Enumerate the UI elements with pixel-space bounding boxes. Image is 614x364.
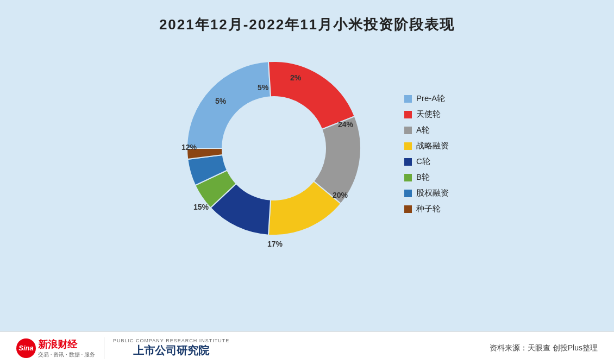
legend-color-7 (404, 205, 412, 213)
sina-logo: Sina 新浪财经 交易 · 资讯 · 数据 · 服务 (16, 338, 95, 359)
legend-label-5: B轮 (416, 172, 430, 183)
footer-divider (104, 337, 104, 359)
percent-label-3: 15% (193, 203, 209, 211)
legend-item-1: 天使轮 (404, 109, 449, 120)
legend-label-7: 种子轮 (416, 204, 441, 214)
institute-sub: PUBLIC COMPANY RESEARCH INSTITUTE (113, 338, 229, 343)
legend-color-1 (404, 111, 412, 118)
footer: Sina 新浪财经 交易 · 资讯 · 数据 · 服务 PUBLIC COMPA… (0, 331, 614, 364)
legend-label-3: 战略融资 (416, 141, 449, 151)
legend-label-1: 天使轮 (416, 109, 441, 120)
legend-label-2: A轮 (416, 125, 430, 135)
legend-label-0: Pre-A轮 (416, 93, 445, 104)
institute-logo: PUBLIC COMPANY RESEARCH INSTITUTE 上市公司研究… (113, 338, 229, 358)
page-title: 2021年12月-2022年11月小米投资阶段表现 (0, 0, 614, 34)
legend-item-3: 战略融资 (404, 141, 449, 151)
percent-label-0: 24% (338, 120, 353, 129)
legend-label-6: 股权融资 (416, 188, 449, 198)
sina-brand: 新浪财经 (38, 338, 95, 351)
legend-item-4: C轮 (404, 156, 449, 167)
legend-color-5 (404, 174, 412, 181)
sina-icon: Sina (16, 338, 36, 358)
donut-chart: 24%20%17%15%12%5%5%2% (165, 40, 383, 257)
logo-area: Sina 新浪财经 交易 · 资讯 · 数据 · 服务 PUBLIC COMPA… (16, 337, 229, 359)
legend-item-6: 股权融资 (404, 188, 449, 198)
percent-label-7: 2% (290, 73, 301, 82)
footer-source: 资料来源：天眼查 创投Plus整理 (490, 343, 598, 353)
legend-color-4 (404, 158, 412, 166)
institute-main: 上市公司研究院 (133, 343, 209, 358)
legend-item-5: B轮 (404, 172, 449, 183)
legend-color-0 (404, 95, 412, 103)
legend-color-2 (404, 127, 412, 134)
percent-label-2: 17% (267, 240, 283, 248)
legend-label-4: C轮 (416, 156, 430, 167)
percent-label-6: 5% (258, 83, 268, 92)
legend-item-7: 种子轮 (404, 204, 449, 214)
sina-sub: 交易 · 资讯 · 数据 · 服务 (38, 351, 95, 359)
legend-color-6 (404, 190, 412, 197)
percent-label-5: 5% (215, 97, 226, 105)
percent-label-4: 12% (181, 143, 197, 152)
legend-item-2: A轮 (404, 125, 449, 135)
legend-item-0: Pre-A轮 (404, 93, 449, 104)
percent-label-1: 20% (333, 191, 348, 199)
chart-legend: Pre-A轮天使轮A轮战略融资C轮B轮股权融资种子轮 (404, 93, 449, 214)
legend-color-3 (404, 142, 412, 150)
